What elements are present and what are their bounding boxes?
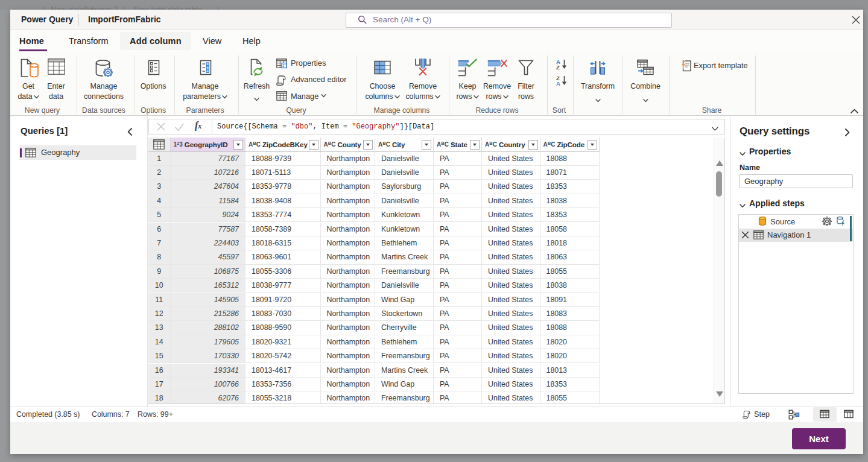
svg-text:Z: Z <box>556 64 560 69</box>
svg-text:A: A <box>556 80 560 86</box>
